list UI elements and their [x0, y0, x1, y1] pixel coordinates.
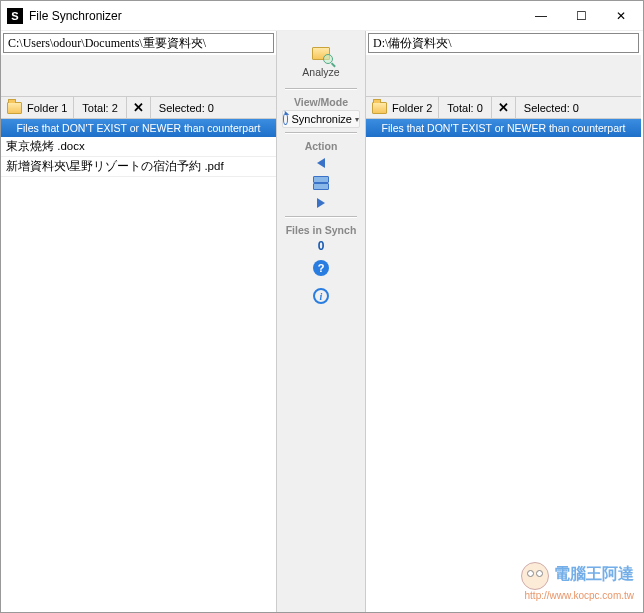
minimize-button[interactable]: —	[521, 2, 561, 30]
analyze-button[interactable]: Analyze	[285, 41, 357, 82]
right-spacer	[366, 55, 641, 97]
chevron-down-icon: ▾	[355, 115, 359, 124]
analyze-label: Analyze	[285, 66, 357, 78]
separator	[285, 88, 357, 90]
view-mode-label: View/Mode	[294, 94, 348, 110]
left-banner: Files that DON'T EXIST or NEWER than cou…	[1, 119, 276, 137]
copy-right-button[interactable]	[317, 198, 325, 208]
right-panel: Folder 2 Total: 0 ✕ Selected: 0 Files th…	[365, 31, 641, 612]
folder-label-text: Folder 2	[392, 102, 432, 114]
sync-icon	[283, 113, 288, 125]
left-clear-button[interactable]: ✕	[127, 97, 151, 118]
files-in-synch-label: Files in Synch	[286, 222, 357, 238]
synchronize-label: Synchronize	[291, 113, 352, 125]
right-path-input[interactable]	[368, 33, 639, 53]
left-header: Folder 1 Total: 2 ✕ Selected: 0	[1, 97, 276, 119]
list-item[interactable]: 東京燒烤 .docx	[1, 137, 276, 157]
separator	[285, 132, 357, 134]
swap-button[interactable]	[313, 176, 329, 190]
left-folder-label[interactable]: Folder 1	[1, 97, 74, 118]
right-header: Folder 2 Total: 0 ✕ Selected: 0	[366, 97, 641, 119]
maximize-button[interactable]: ☐	[561, 2, 601, 30]
left-panel: Folder 1 Total: 2 ✕ Selected: 0 Files th…	[1, 31, 277, 612]
analyze-icon	[310, 45, 332, 63]
synchronize-dropdown[interactable]: Synchronize ▾	[282, 110, 360, 128]
info-button[interactable]: i	[313, 288, 329, 304]
help-button[interactable]: ?	[313, 260, 329, 276]
list-item[interactable]: 新增資料夾\星野リゾートの宿泊予約 .pdf	[1, 157, 276, 177]
right-clear-button[interactable]: ✕	[492, 97, 516, 118]
app-icon: S	[7, 8, 23, 24]
middle-panel: Analyze View/Mode Synchronize ▾ Action F…	[277, 31, 365, 612]
close-button[interactable]: ✕	[601, 2, 641, 30]
folder-icon	[372, 102, 387, 114]
title-bar: S File Synchronizer — ☐ ✕	[1, 1, 643, 31]
separator	[285, 216, 357, 218]
left-total: Total: 2	[74, 97, 126, 118]
copy-left-button[interactable]	[317, 158, 325, 168]
left-selected: Selected: 0	[151, 97, 222, 118]
right-total: Total: 0	[439, 97, 491, 118]
left-path-input[interactable]	[3, 33, 274, 53]
right-selected: Selected: 0	[516, 97, 587, 118]
folder-label-text: Folder 1	[27, 102, 67, 114]
files-in-synch-count: 0	[318, 238, 325, 254]
window-title: File Synchronizer	[29, 9, 521, 23]
folder-icon	[7, 102, 22, 114]
right-banner: Files that DON'T EXIST or NEWER than cou…	[366, 119, 641, 137]
right-file-list[interactable]	[366, 137, 641, 612]
left-spacer	[1, 55, 276, 97]
action-label: Action	[305, 138, 338, 154]
left-file-list[interactable]: 東京燒烤 .docx 新增資料夾\星野リゾートの宿泊予約 .pdf	[1, 137, 276, 612]
main-content: Folder 1 Total: 2 ✕ Selected: 0 Files th…	[1, 31, 643, 612]
right-folder-label[interactable]: Folder 2	[366, 97, 439, 118]
